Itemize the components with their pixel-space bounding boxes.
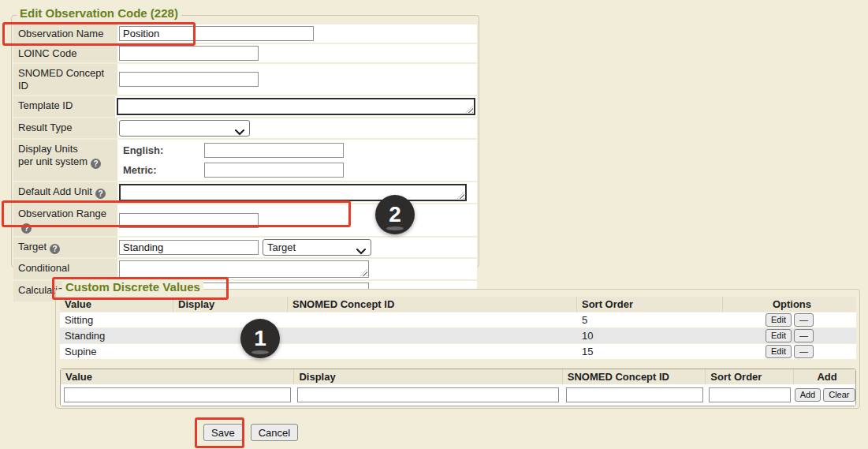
target-type-selected-value: Target [267, 241, 296, 253]
cancel-button[interactable]: Cancel [251, 424, 298, 441]
english-units-input[interactable] [204, 143, 344, 158]
target-value-input[interactable] [119, 240, 259, 255]
row-value: Standing [60, 330, 173, 342]
resize-grip-icon[interactable] [466, 106, 473, 113]
snomed-concept-id-input[interactable] [119, 72, 259, 87]
row-value: Sitting [60, 314, 173, 326]
add-button[interactable]: Add [795, 388, 821, 402]
help-icon[interactable]: ? [91, 159, 101, 169]
add-table-header: Value Display SNOMED Concept ID Sort Ord… [61, 369, 855, 384]
target-type-select[interactable]: Target [263, 239, 371, 256]
edit-button[interactable]: Edit [766, 329, 792, 342]
row-display-units: Display Units per unit system? English: … [13, 140, 477, 181]
display-units-label-line1: Display Units [18, 143, 78, 155]
discrete-values-table: Value Display SNOMED Concept ID Sort Ord… [60, 297, 856, 359]
add-snomed-input[interactable] [566, 387, 703, 402]
loinc-code-input[interactable] [119, 46, 259, 61]
conditional-label: Conditional [13, 259, 117, 279]
edit-button[interactable]: Edit [766, 345, 792, 358]
table-row: Standing 10 Edit — [60, 328, 856, 343]
header-options: Options [723, 297, 856, 312]
resize-grip-icon[interactable] [457, 192, 464, 199]
result-type-select[interactable] [119, 120, 250, 137]
add-value-input[interactable] [64, 387, 291, 402]
add-header-value: Value [61, 369, 294, 384]
annotation-badge-1: 1 [240, 319, 280, 358]
edit-observation-fieldset: Edit Observation Code (228) Observation … [11, 15, 479, 268]
english-units-label: English: [123, 144, 204, 156]
loinc-code-label: LOINC Code [13, 44, 117, 62]
target-label: Target? [13, 238, 117, 257]
form-actions: Save Cancel [203, 424, 298, 441]
observation-name-label: Observation Name [13, 24, 117, 43]
add-header-display: Display [294, 369, 562, 384]
display-units-label-line2: per unit system [18, 155, 88, 167]
add-table-input-row: Add Clear [61, 384, 855, 406]
clear-button[interactable]: Clear [823, 388, 855, 402]
add-discrete-value-table: Value Display SNOMED Concept ID Sort Ord… [60, 369, 856, 406]
row-sort-order: 10 [577, 330, 723, 342]
row-sort-order: 5 [577, 314, 723, 326]
row-result-type: Result Type [13, 118, 477, 138]
display-units-label: Display Units per unit system? [13, 140, 117, 181]
custom-discrete-values-title: Custom Discrete Values [62, 280, 203, 294]
row-loinc-code: LOINC Code [13, 44, 477, 62]
save-button[interactable]: Save [203, 424, 243, 441]
conditional-textarea[interactable] [119, 260, 369, 278]
remove-button[interactable]: — [794, 313, 814, 327]
snomed-concept-id-label: SNOMED Concept ID [13, 64, 117, 95]
discrete-table-header: Value Display SNOMED Concept ID Sort Ord… [60, 297, 856, 312]
target-label-text: Target [18, 241, 47, 253]
row-snomed-concept-id: SNOMED Concept ID [13, 64, 477, 95]
help-icon[interactable]: ? [95, 189, 106, 199]
edit-button[interactable]: Edit [766, 313, 792, 327]
edit-observation-form: Observation Name LOINC Code SNOMED Conce… [13, 24, 477, 303]
header-sort-order: Sort Order [577, 297, 723, 312]
add-header-snomed: SNOMED Concept ID [563, 369, 706, 384]
template-id-label: Template ID [13, 96, 115, 117]
resize-grip-icon[interactable] [360, 269, 367, 276]
observation-name-input[interactable] [119, 26, 314, 41]
observation-range-input[interactable] [119, 213, 259, 228]
header-snomed: SNOMED Concept ID [288, 297, 577, 312]
add-header-add: Add [794, 369, 855, 384]
observation-range-label: Observation Range? [13, 204, 117, 236]
edit-observation-title: Edit Observation Code (228) [17, 6, 181, 20]
help-icon[interactable]: ? [50, 244, 60, 254]
annotation-badge-2: 2 [375, 195, 415, 234]
table-row: Sitting 5 Edit — [60, 312, 856, 327]
add-display-input[interactable] [297, 387, 559, 402]
table-row: Supine 15 Edit — [60, 344, 856, 359]
chevron-down-icon [235, 126, 244, 138]
add-sort-order-input[interactable] [709, 387, 791, 402]
row-observation-name: Observation Name [13, 24, 477, 43]
row-sort-order: 15 [577, 346, 723, 357]
default-add-unit-textarea[interactable] [119, 184, 467, 201]
row-value: Supine [60, 346, 173, 357]
default-add-unit-label-text: Default Add Unit [18, 185, 92, 197]
custom-discrete-values-fieldset: Custom Discrete Values Value Display SNO… [55, 289, 860, 409]
chevron-down-icon [356, 245, 366, 257]
help-icon[interactable]: ? [21, 223, 32, 234]
template-id-textarea[interactable] [117, 98, 475, 115]
remove-button[interactable]: — [794, 345, 814, 358]
header-display: Display [173, 297, 288, 312]
row-target: Target? Target [13, 238, 477, 257]
metric-units-label: Metric: [123, 164, 204, 176]
remove-button[interactable]: — [794, 329, 814, 342]
row-conditional: Conditional [13, 259, 477, 279]
default-add-unit-label: Default Add Unit? [13, 182, 117, 203]
metric-units-input[interactable] [204, 163, 344, 178]
observation-range-label-text: Observation Range [18, 208, 106, 219]
header-value: Value [60, 297, 173, 312]
result-type-label: Result Type [13, 118, 117, 138]
add-header-sort-order: Sort Order [706, 369, 794, 384]
row-template-id: Template ID [13, 96, 477, 117]
